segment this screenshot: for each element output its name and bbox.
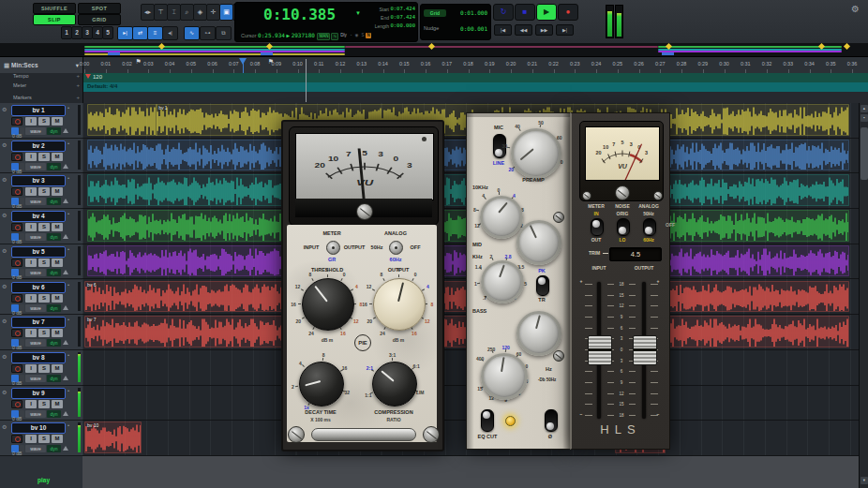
track-header-bv-3[interactable]: ⚙bv 3•ISMwavedyn0 dB	[0, 173, 83, 209]
record-enable-button[interactable]	[11, 294, 22, 303]
counter-dropdown-icon[interactable]: ▼	[355, 10, 361, 16]
tempo-marker-icon[interactable]	[85, 74, 91, 79]
automation-mode-button[interactable]: dyn	[47, 339, 61, 347]
fader-icon[interactable]	[63, 376, 68, 380]
stop-button[interactable]: ■	[515, 4, 535, 21]
track-view-selector[interactable]: wave	[25, 127, 46, 135]
track-name[interactable]: bv 10	[11, 422, 66, 434]
track-header-bv-8[interactable]: ⚙bv 8•ISMwavedyn0 dB	[0, 350, 83, 386]
track-header-bv-6[interactable]: ⚙bv 6•ISMwavedyn0 dB	[0, 280, 83, 316]
mirrored-editing[interactable]: ◂|	[162, 26, 178, 40]
track-name[interactable]: bv 6	[11, 282, 66, 293]
track-header-bv-4[interactable]: ⚙bv 4•ISMwavedyn0 dB	[0, 209, 83, 244]
record-button[interactable]: ●	[558, 4, 578, 21]
phase-switch[interactable]	[545, 409, 558, 432]
track-menu-dot[interactable]: •	[67, 246, 69, 252]
fader-icon[interactable]	[63, 234, 68, 239]
scroll-mode-icon[interactable]: ▪	[861, 114, 868, 122]
track-view-selector[interactable]: wave	[25, 375, 46, 382]
meter-value[interactable]: Default: 4/4	[87, 83, 117, 89]
rewind-button[interactable]: ◀◀	[515, 24, 532, 36]
scrollbar-thumb[interactable]	[861, 127, 868, 180]
automation-mode-button[interactable]: dyn	[47, 233, 61, 241]
loop-playback-button[interactable]: ↻	[493, 4, 514, 21]
mute-button[interactable]: M	[52, 117, 63, 126]
track-menu-dot[interactable]: •	[67, 388, 69, 393]
fader-icon[interactable]	[63, 411, 68, 416]
eq-cut-switch[interactable]	[481, 409, 494, 432]
audio-clip[interactable]: bv 10	[84, 421, 142, 453]
overview-marker-icon[interactable]	[844, 43, 850, 50]
fader-icon[interactable]	[63, 164, 68, 169]
track-header-bv-1[interactable]: ⚙bv 1•ISMwavedyn0 dB	[0, 103, 83, 139]
track-name[interactable]: bv 9	[11, 388, 66, 399]
input-monitor-button[interactable]: I	[25, 329, 37, 337]
solo-button[interactable]: S	[38, 187, 50, 196]
mode-spot-button[interactable]: SPOT	[78, 3, 121, 14]
track-header-bv-9[interactable]: ⚙bv 9•ISMwavedyn0 dB	[0, 386, 83, 421]
status-badge-MAN[interactable]: MAN	[317, 33, 330, 40]
scroll-down-icon[interactable]: ▾	[861, 477, 868, 484]
fast-forward-button[interactable]: ▶▶	[535, 24, 553, 36]
automation-mode-button[interactable]: dyn	[47, 375, 61, 382]
automation-mode-button[interactable]: dyn	[47, 269, 61, 276]
track-header-bv-5[interactable]: ⚙bv 5•ISMwavedyn0 dB	[0, 244, 83, 280]
mode-grid-button[interactable]: GRID	[78, 14, 121, 25]
track-view-selector[interactable]: wave	[25, 445, 46, 452]
return-to-zero-button[interactable]: |◀	[494, 24, 512, 36]
layered-editing[interactable]: ⧉	[216, 26, 232, 40]
track-gear-icon[interactable]: ⚙	[2, 423, 7, 430]
input-monitor-button[interactable]: I	[25, 259, 37, 267]
vertical-scrollbar[interactable]: ▴ ▪ ▾	[859, 103, 868, 488]
track-gear-icon[interactable]: ⚙	[2, 247, 7, 254]
main-counter[interactable]: 0:10.385	[263, 6, 336, 23]
track-gear-icon[interactable]: ⚙	[2, 318, 7, 324]
grabber-tool-icon[interactable]: ✛	[206, 4, 220, 21]
fader-icon[interactable]	[63, 199, 68, 203]
track-view-selector[interactable]: wave	[25, 304, 46, 312]
status-badge-Dly[interactable]: Dly	[339, 33, 348, 38]
input-monitor-button[interactable]: I	[25, 153, 37, 161]
mute-button[interactable]: M	[52, 400, 63, 408]
automation-mode-button[interactable]: dyn	[47, 127, 61, 135]
mid-freq-knob[interactable]: .711.422.83.54.56	[468, 247, 531, 311]
record-enable-button[interactable]	[11, 329, 22, 337]
status-badge-∿[interactable]: ∿	[331, 33, 338, 40]
solo-button[interactable]: S	[38, 117, 50, 126]
track-menu-dot[interactable]: •	[67, 105, 69, 111]
track-name[interactable]: bv 1	[11, 105, 66, 116]
track-menu-dot[interactable]: •	[67, 317, 69, 322]
automation-mode-button[interactable]: dyn	[47, 163, 61, 170]
output-knob[interactable]: 24201612840481216	[356, 261, 441, 346]
status-badge-◉[interactable]: ◉	[353, 33, 359, 38]
input-monitor-button[interactable]: I	[25, 364, 37, 373]
tempo-ruler[interactable]: Tempo+ 120	[0, 73, 868, 82]
input-fader[interactable]	[588, 335, 612, 365]
track-name[interactable]: bv 3	[11, 175, 66, 186]
hls-toggle-noise[interactable]	[617, 218, 630, 236]
record-enable-button[interactable]	[11, 223, 22, 231]
track-header-bv-7[interactable]: ⚙bv 7•ISMwavedyn0 dB	[0, 315, 83, 350]
play-button[interactable]: ▶	[536, 4, 557, 21]
comp-analog-toggle[interactable]	[389, 241, 403, 255]
fader-icon[interactable]	[63, 340, 68, 345]
nudge-value[interactable]: 0:00.001	[460, 25, 487, 32]
input-monitor-button[interactable]: I	[25, 294, 37, 303]
status-badge-S[interactable]: S	[360, 33, 365, 38]
hls-trim-value[interactable]: 4.5	[609, 247, 662, 261]
hpf-knob[interactable]: 4002501206003691215	[467, 339, 536, 408]
meter-ruler[interactable]: Meter+ Default: 4/4	[0, 82, 868, 92]
gear-icon[interactable]: ⚙	[851, 4, 860, 14]
scroll-up-icon[interactable]: ▴	[861, 105, 868, 112]
track-gear-icon[interactable]: ⚙	[2, 353, 7, 360]
link-timeline-edit-selection[interactable]: ⇄	[132, 26, 148, 40]
input-monitor-button[interactable]: I	[25, 117, 37, 126]
solo-button[interactable]: S	[38, 435, 50, 443]
trim-tool-icon[interactable]: ⊤	[154, 4, 168, 21]
eq-plugin-window[interactable]: MIC LINE 203040506070 PREAMP 10KHz 12840…	[466, 112, 572, 450]
marker-flag-icon[interactable]: ⚑	[268, 58, 274, 66]
zoom-tool-icon[interactable]: ⌕	[180, 4, 194, 21]
automation-mode-button[interactable]: dyn	[47, 445, 61, 452]
chevron-down-icon[interactable]: ▾	[76, 57, 79, 73]
track-view-selector[interactable]: wave	[25, 410, 46, 418]
